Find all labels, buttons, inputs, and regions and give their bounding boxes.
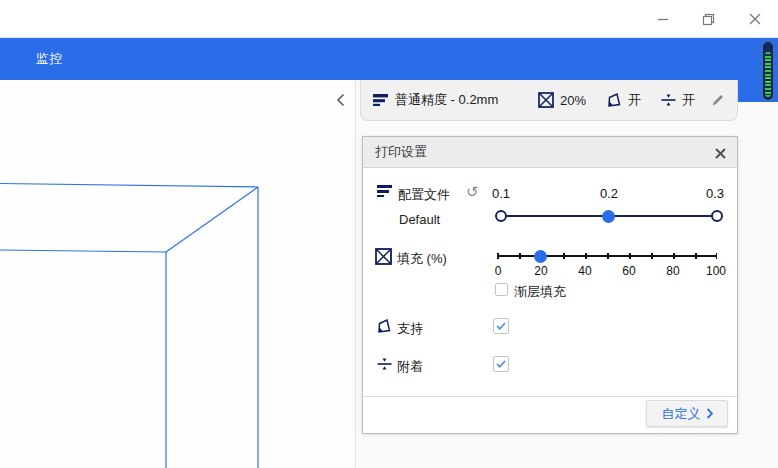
panel-title: 打印设置 [375,143,427,161]
reset-icon[interactable]: ↺ [466,185,479,199]
support-icon [606,92,622,108]
infill-tick-80: 80 [663,264,683,278]
infill-label: 填充 (%) [397,250,447,268]
layers-icon [373,93,389,108]
custom-settings-button[interactable]: 自定义 [646,400,728,427]
adhesion-icon [377,356,392,372]
tab-monitor[interactable]: 监控 [36,38,63,80]
summary-support-state: 开 [628,91,641,109]
minimize-icon [657,13,669,25]
print-settings-summary-bar[interactable]: 普通精度 - 0.2mm 20% 开 开 [360,80,738,121]
panel-divider [363,396,737,397]
chevron-right-icon [706,408,713,419]
profile-slider-handle[interactable] [602,210,615,223]
layers-icon [377,185,392,199]
gradual-infill-checkbox[interactable] [495,283,508,296]
infill-icon [538,92,554,108]
gradual-infill-label: 渐层填充 [514,283,566,301]
tab-monitor-label: 监控 [36,50,63,68]
check-icon [496,322,506,330]
viewport-3d[interactable] [0,80,356,468]
support-checkbox[interactable] [493,318,509,334]
infill-icon [375,248,392,265]
restore-button[interactable] [693,4,723,34]
build-volume-wireframe [0,80,355,468]
summary-support[interactable]: 开 [606,91,641,109]
support-label: 支持 [397,320,423,338]
infill-tick-0: 0 [493,264,503,278]
profile-tick-min: 0.1 [492,186,510,201]
panel-close-button[interactable] [711,144,729,162]
minimize-button[interactable] [648,4,678,34]
window-titlebar [0,0,778,38]
edit-settings-button[interactable] [711,93,725,107]
summary-infill-text: 20% [560,93,586,108]
filament-level-indicator [761,40,775,102]
filament-level-fill [765,52,771,97]
close-icon [749,13,761,25]
close-button[interactable] [740,4,770,34]
pencil-icon [711,93,725,107]
close-icon [715,148,726,159]
summary-adhesion-state: 开 [682,91,695,109]
support-icon [376,318,392,334]
summary-adhesion[interactable]: 开 [661,91,695,109]
infill-tick-60: 60 [619,264,639,278]
custom-button-label: 自定义 [662,405,701,423]
profile-tick-max: 0.3 [706,186,724,201]
profile-label: 配置文件 [398,186,450,204]
summary-infill[interactable]: 20% [538,92,586,108]
profile-slider-stop-03[interactable] [711,210,723,222]
panel-header[interactable]: 打印设置 [363,137,737,168]
application-window: 监控 普通精度 - 0.2mm 20% [0,0,778,468]
profile-slider-stop-01[interactable] [495,210,507,222]
infill-tick-100: 100 [702,264,730,278]
print-settings-panel: 打印设置 配置文件 ↺ 0.1 0.2 0.3 Default [362,136,738,434]
collapse-left-icon [336,93,345,107]
check-icon [496,360,506,368]
stage-menu-bar: 监控 [0,38,778,80]
infill-tick-20: 20 [531,264,551,278]
profile-tick-mid: 0.2 [599,186,619,201]
adhesion-icon [661,92,676,108]
infill-tick-40: 40 [575,264,595,278]
infill-slider-track[interactable] [497,255,717,257]
collapse-settings-button[interactable] [328,88,352,112]
restore-icon [702,13,715,26]
adhesion-checkbox[interactable] [493,356,509,372]
summary-profile-text: 普通精度 - 0.2mm [395,91,498,109]
profile-name: Default [399,212,440,227]
infill-slider-handle[interactable] [534,250,547,263]
adhesion-label: 附着 [397,358,423,376]
summary-profile[interactable]: 普通精度 - 0.2mm [373,91,498,109]
